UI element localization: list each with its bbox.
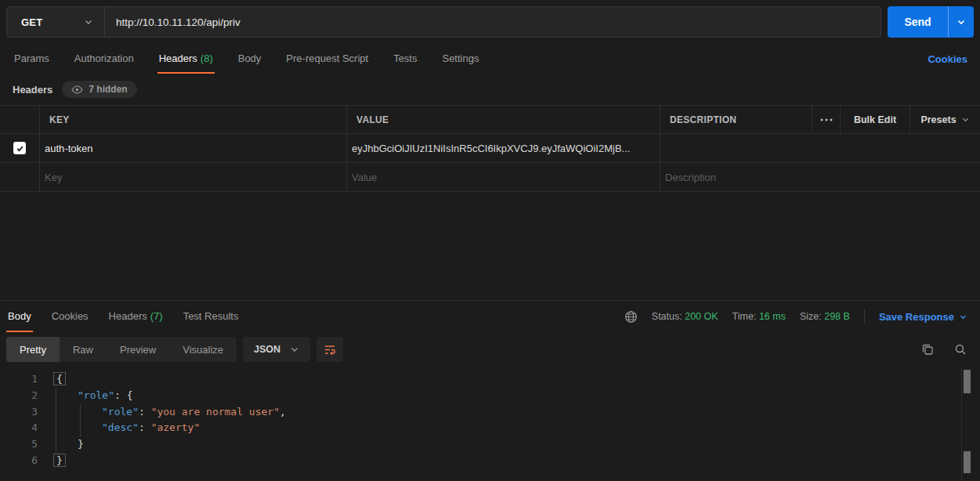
presets-dropdown[interactable]: Presets	[910, 106, 980, 133]
tab-tests[interactable]: Tests	[392, 44, 418, 74]
column-key: KEY	[45, 114, 74, 125]
value-placeholder-field[interactable]: Value	[352, 172, 377, 183]
tab-authorization[interactable]: Authorization	[73, 44, 136, 74]
header-key-cell[interactable]: auth-token	[45, 143, 92, 154]
response-headers-count-badge: (7)	[150, 310, 163, 322]
chevron-down-icon	[84, 17, 93, 27]
time-value: 16 ms	[759, 311, 786, 322]
more-options-button[interactable]	[812, 106, 841, 133]
eye-icon	[71, 85, 83, 94]
search-response-button[interactable]	[947, 337, 974, 362]
url-container: GET	[6, 6, 881, 38]
headers-table-header: KEY VALUE DESCRIPTION Bulk Edit Presets	[0, 106, 980, 134]
view-mode-segmented-control: Pretty Raw Preview Visualize	[6, 337, 237, 362]
search-icon	[954, 343, 967, 356]
save-response-dropdown[interactable]: Save Response	[879, 311, 967, 323]
network-globe-icon[interactable]	[624, 310, 638, 324]
chevron-down-icon	[961, 115, 970, 124]
view-pretty-button[interactable]: Pretty	[6, 337, 60, 362]
row-enabled-checkbox[interactable]	[13, 142, 26, 154]
key-placeholder-field[interactable]: Key	[45, 172, 62, 183]
chevron-down-icon	[956, 17, 966, 27]
url-input[interactable]	[105, 7, 881, 37]
view-preview-button[interactable]: Preview	[107, 337, 169, 362]
response-pane: Body Cookies Headers (7) Test Results St…	[0, 300, 980, 481]
chevron-down-icon	[959, 313, 967, 321]
request-url-bar: GET Send	[0, 0, 980, 44]
status-value: 200 OK	[685, 311, 718, 322]
hidden-headers-toggle[interactable]: 7 hidden	[62, 81, 136, 98]
send-options-button[interactable]	[948, 6, 974, 38]
tab-settings[interactable]: Settings	[440, 44, 480, 74]
scrollbar-thumb[interactable]	[964, 451, 971, 473]
code-line: 5 }	[0, 436, 980, 453]
response-tab-body[interactable]: Body	[6, 301, 33, 332]
line-number: 4	[0, 420, 38, 436]
chevron-down-icon	[290, 345, 299, 354]
status-indicator: Status: 200 OK	[652, 311, 718, 322]
tab-params[interactable]: Params	[13, 44, 51, 74]
format-dropdown[interactable]: JSON	[243, 337, 310, 362]
response-meta: Status: 200 OK Time: 16 ms Size: 298 B S…	[257, 301, 974, 332]
check-icon	[16, 144, 24, 153]
cookies-link[interactable]: Cookies	[928, 44, 967, 74]
copy-response-button[interactable]	[914, 337, 941, 362]
header-row-auth-token: auth-token eyJhbGciOiJIUzI1NiIsInR5cCI6I…	[0, 134, 980, 163]
column-description: DESCRIPTION	[665, 114, 741, 125]
response-tab-test-results[interactable]: Test Results	[182, 301, 240, 332]
tab-headers[interactable]: Headers (8)	[157, 44, 215, 74]
request-tabs: Params Authorization Headers (8) Body Pr…	[0, 44, 980, 74]
method-select[interactable]: GET	[7, 7, 105, 37]
line-number: 1	[0, 371, 38, 388]
code-line: 3 "role": "you are normal user",	[0, 404, 980, 421]
time-indicator: Time: 16 ms	[732, 311, 786, 322]
response-tab-cookies[interactable]: Cookies	[50, 301, 90, 332]
headers-table: KEY VALUE DESCRIPTION Bulk Edit Presets …	[0, 105, 980, 192]
copy-icon	[921, 343, 934, 356]
wrap-lines-button[interactable]	[316, 337, 343, 362]
code-line: 1 {	[0, 371, 980, 388]
method-label: GET	[21, 16, 42, 28]
tab-pre-request-script[interactable]: Pre-request Script	[284, 44, 370, 74]
indent-guide	[56, 388, 56, 453]
fold-toggle[interactable]: {	[53, 372, 66, 385]
headers-section-title: Headers	[13, 84, 52, 96]
more-options-icon	[820, 118, 833, 121]
line-number: 5	[0, 436, 38, 453]
view-raw-button[interactable]: Raw	[60, 337, 107, 362]
line-number: 3	[0, 404, 38, 421]
size-value: 298 B	[824, 311, 850, 322]
code-line: 4 "desc": "azerty"	[0, 420, 980, 436]
headers-count-badge: (8)	[201, 52, 213, 64]
response-view-toolbar: Pretty Raw Preview Visualize JSON	[0, 332, 980, 367]
view-visualize-button[interactable]: Visualize	[169, 337, 237, 362]
header-value-cell[interactable]: eyJhbGciOiJIUzI1NiIsInR5cCI6IkpXVCJ9.eyJ…	[352, 143, 630, 154]
response-tabs: Body Cookies Headers (7) Test Results St…	[0, 301, 980, 332]
scrollbar-track	[961, 367, 962, 481]
column-value: VALUE	[352, 114, 393, 125]
description-placeholder-field[interactable]: Description	[665, 172, 716, 183]
response-body-viewer: 1 { 2 "role": { 3 "role": "you are norma…	[0, 367, 980, 481]
wrap-lines-icon	[324, 343, 336, 356]
tab-body[interactable]: Body	[237, 44, 263, 74]
code-line: 2 "role": {	[0, 388, 980, 404]
indent-guide	[80, 404, 81, 437]
response-tab-headers[interactable]: Headers (7)	[107, 301, 165, 332]
line-number: 2	[0, 388, 38, 404]
scrollbar-thumb[interactable]	[964, 370, 971, 393]
bulk-edit-button[interactable]: Bulk Edit	[841, 106, 910, 133]
header-row-empty: Key Value Description	[0, 163, 980, 192]
send-button[interactable]: Send	[888, 6, 948, 38]
hidden-headers-label: 7 hidden	[89, 84, 127, 95]
fold-toggle[interactable]: }	[53, 454, 66, 467]
size-indicator: Size: 298 B	[800, 311, 850, 322]
headers-section-header: Headers 7 hidden	[0, 74, 980, 105]
line-number: 6	[0, 453, 38, 469]
code-line: 6 }	[0, 453, 980, 469]
send-split-button: Send	[888, 6, 974, 38]
